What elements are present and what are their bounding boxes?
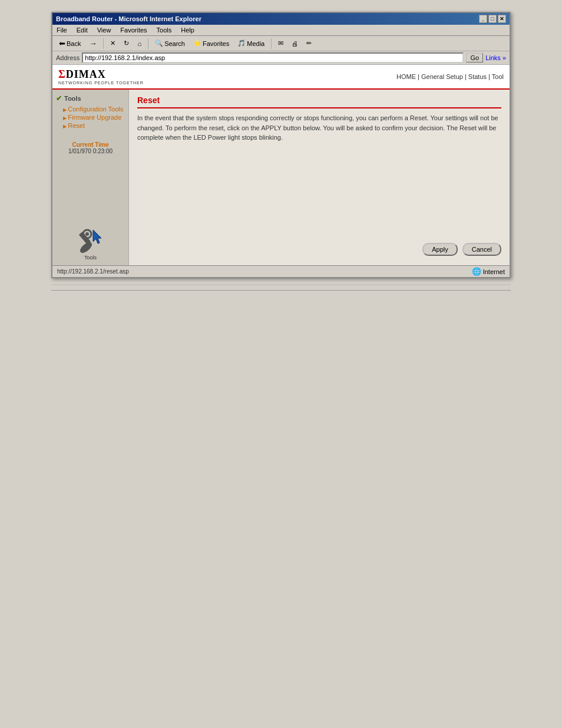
home-button[interactable]: ⌂ [134,39,144,48]
search-icon: 🔍 [155,39,163,47]
button-row: Apply Cancel [422,243,501,256]
browser-title: Broadband Router - Microsoft Internet Ex… [56,15,201,22]
page-description: In the event that the system stops respo… [137,113,501,143]
edit-icon: ✏ [306,39,312,47]
sidebar-item-firmware-upgrade[interactable]: Firmware Upgrade [56,113,125,121]
favorites-icon: ⭐ [193,39,201,47]
router-page: ΣDIMAX NETWORKING PEOPLE TOGETHER HOME |… [52,65,510,265]
print-button[interactable]: 🖨 [289,39,301,48]
router-nav: HOME | General Setup | Status | Tool [396,73,504,80]
print-icon: 🖨 [292,40,298,47]
address-bar: Address Go Links » [52,51,510,65]
page-divider-2 [51,290,511,291]
mail-button[interactable]: ✉ [275,38,286,48]
links-button[interactable]: Links » [485,54,506,61]
status-right: 🌐 Internet [472,267,505,276]
sidebar-image-label: Tools [56,255,125,261]
media-icon: 🎵 [237,39,246,47]
back-icon: ⬅ [59,39,65,48]
status-zone: Internet [483,268,505,275]
menu-favorites[interactable]: Favorites [118,26,148,34]
back-label: Back [67,40,81,47]
logo-sigma: Σ [58,68,66,80]
spacer [12,285,550,290]
status-url: http://192.168.2.1/reset.asp [57,268,129,275]
cancel-button[interactable]: Cancel [462,243,501,256]
go-button[interactable]: Go [466,53,483,62]
mail-icon: ✉ [278,39,283,47]
menu-tools[interactable]: Tools [155,26,174,34]
close-button[interactable]: ✕ [498,15,506,23]
search-button[interactable]: 🔍 Search [152,38,188,48]
main-content: ✔ Tools Configuration Tools Firmware Upg… [52,90,510,265]
refresh-button[interactable]: ↻ [121,38,132,48]
home-icon: ⌂ [137,40,141,47]
svg-marker-4 [93,230,101,243]
title-bar: Broadband Router - Microsoft Internet Ex… [52,13,510,25]
sidebar-tools-label: Tools [64,95,81,102]
media-button[interactable]: 🎵 Media [234,38,267,48]
maximize-button[interactable]: □ [488,15,497,23]
router-header: ΣDIMAX NETWORKING PEOPLE TOGETHER HOME |… [52,65,510,90]
address-input[interactable] [82,52,464,63]
content-panel: Reset In the event that the system stops… [129,90,510,265]
current-time-label: Current Time [56,141,125,148]
toolbar-sep-2 [148,38,148,49]
refresh-icon: ↻ [124,39,129,47]
menu-file[interactable]: File [55,26,69,34]
minimize-button[interactable]: _ [479,15,487,23]
apply-button[interactable]: Apply [422,243,458,256]
menu-edit[interactable]: Edit [75,26,90,34]
forward-button[interactable]: → [86,38,100,49]
browser-toolbar: ⬅ Back → ✕ ↻ ⌂ 🔍 Search ⭐ Fav [52,36,510,51]
stop-button[interactable]: ✕ [107,38,118,48]
logo-text: ΣDIMAX [58,68,144,81]
menu-bar: File Edit View Favorites Tools Help [52,25,510,36]
address-label: Address [56,54,80,61]
edit-button[interactable]: ✏ [303,38,315,48]
favorites-button[interactable]: ⭐ Favorites [190,38,232,48]
current-time-section: Current Time 1/01/970 0:23:00 [56,141,125,154]
internet-icon: 🌐 [472,267,481,276]
sidebar-tools-image: Tools [56,221,125,261]
stop-icon: ✕ [110,39,115,47]
window-controls: _ □ ✕ [479,15,506,23]
sidebar-tools-header: ✔ Tools [56,94,125,103]
tools-graphic [74,227,107,253]
edimax-logo: ΣDIMAX NETWORKING PEOPLE TOGETHER [58,68,144,85]
sidebar-item-configuration-tools[interactable]: Configuration Tools [56,105,125,113]
logo-tagline: NETWORKING PEOPLE TOGETHER [58,81,144,85]
page-title: Reset [137,95,501,108]
svg-point-3 [85,232,89,236]
current-time-value: 1/01/970 0:23:00 [56,148,125,154]
menu-view[interactable]: View [95,26,113,34]
back-button[interactable]: ⬅ Back [56,38,84,49]
tools-checkmark-icon: ✔ [56,94,62,103]
toolbar-sep-3 [271,38,272,49]
status-bar: http://192.168.2.1/reset.asp 🌐 Internet [52,265,510,277]
menu-help[interactable]: Help [179,26,196,34]
forward-icon: → [89,39,97,48]
sidebar: ✔ Tools Configuration Tools Firmware Upg… [52,90,129,265]
toolbar-sep-1 [103,38,104,49]
sidebar-item-reset[interactable]: Reset [56,121,125,130]
